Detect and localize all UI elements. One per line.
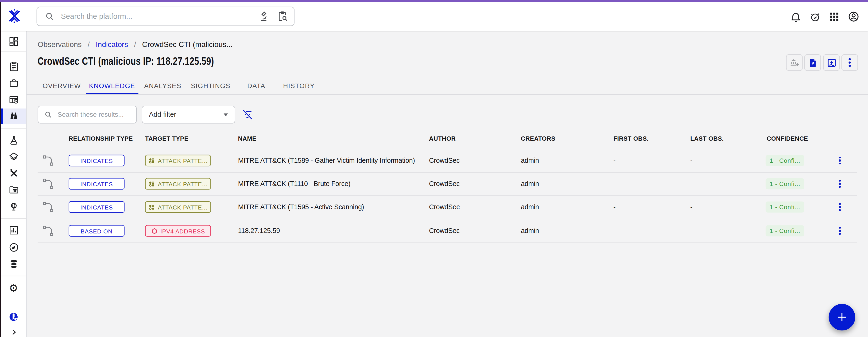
assignment-icon — [8, 61, 19, 72]
paste-search-icon[interactable] — [277, 10, 288, 23]
binoculars-icon — [8, 111, 19, 122]
row-author: CrowdSec — [429, 227, 460, 235]
sidebar-item-cases[interactable] — [1, 75, 26, 91]
sidebar-item-dashboard[interactable] — [1, 34, 26, 49]
tab-overview[interactable]: OVERVIEW — [38, 78, 86, 94]
filigran-hub-icon — [8, 311, 19, 322]
column-header-last-obs[interactable]: LAST OBS. — [690, 135, 724, 142]
sidebar-item-analyses[interactable] — [1, 59, 26, 74]
column-header-creators[interactable]: CREATORS — [521, 135, 555, 142]
breadcrumb-current: CrowdSec CTI (malicious... — [142, 40, 232, 49]
target-type-chip: ATTACK PATTE... — [145, 178, 211, 189]
archive-download-button[interactable] — [823, 54, 840, 71]
compass-icon — [8, 242, 19, 253]
create-relationship-fab[interactable] — [829, 304, 855, 330]
topbar-actions — [789, 6, 860, 27]
attack-pattern-icon — [148, 204, 155, 210]
triggers-alarm-icon[interactable] — [808, 10, 822, 23]
confidence-badge: 1 - Confi... — [766, 155, 804, 166]
institution-add-button[interactable] — [786, 54, 803, 71]
row-creators: admin — [521, 227, 539, 235]
row-last-obs: - — [690, 157, 692, 164]
row-creators: admin — [521, 157, 539, 164]
global-search-input[interactable] — [60, 11, 251, 21]
target-type-chip: IPV4 ADDRESS — [145, 225, 211, 237]
plus-icon — [835, 310, 849, 324]
confidence-label: 1 - Confi... — [770, 180, 800, 187]
results-search-input[interactable] — [56, 110, 132, 119]
target-type-chip: ATTACK PATTE... — [145, 201, 211, 213]
column-header-first-obs[interactable]: FIRST OBS. — [613, 135, 649, 142]
confidence-badge: 1 - Confi... — [766, 225, 804, 236]
top-accent-bar — [0, 0, 868, 2]
row-menu-button[interactable] — [836, 223, 844, 238]
tab-knowledge[interactable]: KNOWLEDGE — [86, 78, 138, 94]
breadcrumb-indicators[interactable]: Indicators — [96, 40, 128, 49]
table-row[interactable]: INDICATES ATTACK PATTE... MITRE ATT&CK (… — [27, 172, 868, 195]
column-header-confidence[interactable]: CONFIDENCE — [767, 135, 808, 142]
column-header-author[interactable]: AUTHOR — [429, 135, 456, 142]
sidebar-item-threats[interactable] — [1, 133, 26, 148]
file-export-icon — [807, 57, 818, 68]
table-row[interactable]: INDICATES ATTACK PATTE... MITRE ATT&CK (… — [27, 149, 868, 172]
tab-sightings[interactable]: SIGHTINGS — [187, 78, 234, 94]
sidebar-item-locations[interactable] — [1, 199, 26, 214]
sidebar-item-settings[interactable]: ⚙ — [1, 280, 26, 296]
sidebar-item-data[interactable] — [1, 256, 26, 272]
apps-grid-icon[interactable] — [828, 10, 841, 23]
column-header-relationship-type[interactable]: RELATIONSHIP TYPE — [69, 135, 133, 142]
sidebar-divider — [1, 218, 26, 219]
breadcrumb-observations[interactable]: Observations — [38, 40, 82, 49]
more-options-button[interactable] — [841, 54, 858, 71]
confidence-label: 1 - Confi... — [770, 227, 800, 234]
tab-history[interactable]: HISTORY — [279, 78, 319, 94]
sidebar-item-entities[interactable] — [1, 182, 26, 197]
sidebar-item-investigations[interactable] — [1, 240, 26, 255]
clear-filters-button[interactable] — [241, 108, 254, 121]
sidebar-item-arsenal[interactable] — [1, 149, 26, 164]
relationship-link-icon — [42, 225, 54, 237]
sidebar-item-events[interactable] — [1, 92, 26, 107]
row-menu-button[interactable] — [836, 200, 844, 214]
column-header-target-type[interactable]: TARGET TYPE — [145, 135, 189, 142]
confidence-badge: 1 - Confi... — [766, 178, 804, 189]
row-menu-button[interactable] — [836, 177, 844, 191]
tab-analyses[interactable]: ANALYSES — [138, 78, 187, 94]
opencti-logo[interactable] — [6, 7, 23, 25]
tab-data[interactable]: DATA — [234, 78, 279, 94]
xtm-hub-button[interactable] — [1, 309, 26, 324]
kebab-icon — [848, 58, 850, 67]
relationship-type-label: INDICATES — [80, 157, 113, 164]
chevron-right-icon — [9, 328, 18, 337]
confidence-label: 1 - Confi... — [770, 157, 800, 164]
relationship-link-icon — [42, 201, 54, 213]
column-header-name[interactable]: NAME — [238, 135, 256, 142]
database-icon — [8, 258, 19, 270]
results-search — [38, 106, 137, 123]
relationship-type-chip: INDICATES — [69, 178, 124, 189]
row-creators: admin — [521, 203, 539, 211]
table-row[interactable]: BASED ON IPV4 ADDRESS 118.27.125.59 Crow… — [27, 219, 868, 242]
export-file-button[interactable] — [804, 54, 821, 71]
add-filter-select[interactable]: Add filter — [142, 106, 235, 123]
account-icon[interactable] — [847, 10, 860, 23]
flask-icon — [8, 135, 19, 146]
attack-pattern-icon — [148, 180, 155, 187]
row-menu-button[interactable] — [836, 153, 844, 168]
row-name: MITRE ATT&CK (T1110 - Brute Force) — [238, 180, 351, 188]
sidebar-item-dashboards[interactable] — [1, 223, 26, 238]
notifications-bell-icon[interactable] — [789, 10, 802, 23]
sidebar-item-observations[interactable] — [1, 109, 26, 124]
row-first-obs: - — [613, 227, 616, 235]
table-row[interactable]: INDICATES ATTACK PATTE... MITRE ATT&CK (… — [27, 195, 868, 219]
archive-download-icon — [826, 57, 837, 68]
row-last-obs: - — [690, 180, 692, 188]
sidebar-item-techniques[interactable] — [1, 165, 26, 181]
target-type-label: ATTACK PATTE... — [158, 157, 208, 164]
page-title: CrowdSec CTI (malicious IP: 118.27.125.5… — [38, 55, 214, 67]
row-last-obs: - — [690, 203, 692, 211]
investigation-microscope-icon[interactable] — [258, 10, 269, 23]
hexagon-icon — [151, 227, 158, 234]
collapse-sidebar-button[interactable] — [1, 324, 26, 337]
row-creators: admin — [521, 180, 539, 188]
